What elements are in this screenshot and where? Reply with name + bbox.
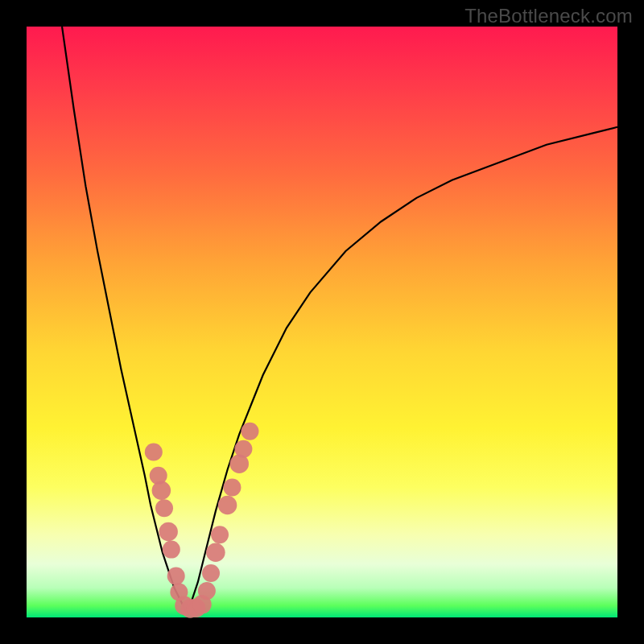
outer-frame: TheBottleneck.com: [0, 0, 644, 644]
watermark-text: TheBottleneck.com: [464, 5, 633, 27]
data-marker: [211, 526, 229, 543]
data-marker: [163, 541, 180, 559]
data-marker: [167, 568, 185, 585]
data-marker: [206, 543, 225, 562]
data-marker: [234, 440, 252, 458]
chart-svg: [27, 27, 617, 617]
data-marker: [152, 481, 171, 499]
data-markers: [145, 423, 259, 618]
data-marker: [241, 423, 258, 440]
data-marker: [145, 443, 163, 460]
data-marker: [159, 522, 177, 541]
data-marker: [218, 496, 237, 514]
data-marker: [198, 582, 216, 600]
data-marker: [202, 564, 220, 582]
data-marker: [223, 479, 241, 497]
data-marker: [155, 499, 173, 517]
curve-right-branch: [186, 127, 617, 612]
